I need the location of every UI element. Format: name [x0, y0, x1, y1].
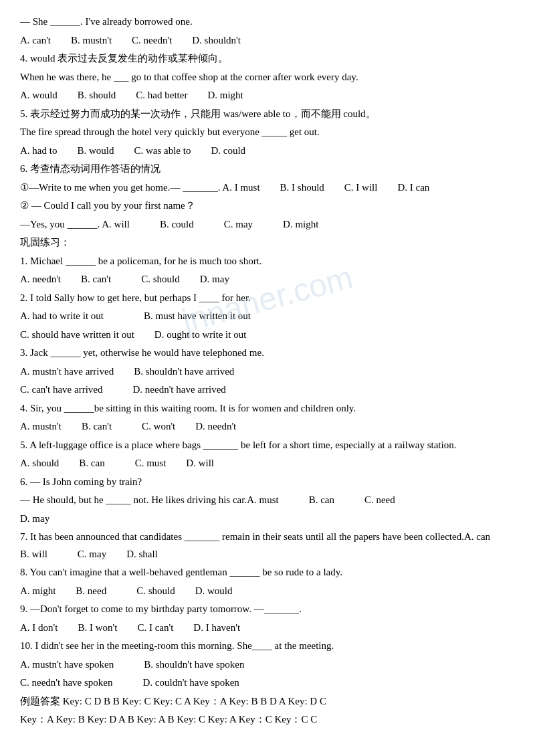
text-line: C. needn't have spoken D. couldn't have …	[20, 674, 515, 692]
text-line: — She ______. I've already borrowed one.	[20, 13, 515, 31]
text-body: — She ______. I've already borrowed one.…	[20, 13, 515, 729]
text-line: 3. Jack ______ yet, otherwise he would h…	[20, 345, 515, 362]
text-line: A. should B. can C. must D. will	[20, 455, 515, 472]
text-line: — He should, but he _____ not. He likes …	[20, 492, 515, 509]
text-line: A. I don't B. I won't C. I can't D. I ha…	[20, 620, 515, 637]
text-line: A. might B. need C. should D. would	[20, 583, 515, 600]
main-content: jnnaner.com — She ______. I've already b…	[20, 13, 515, 729]
text-line: A. mustn't have spoken B. shouldn't have…	[20, 656, 515, 674]
text-line: A. mustn't have arrived B. shouldn't hav…	[20, 363, 515, 381]
text-line: Key：A Key: B Key: D A B Key: A B Key: C …	[20, 711, 515, 729]
text-line: 5. A left-luggage office is a place wher…	[20, 437, 515, 454]
text-line: A. mustn't B. can't C. won't D. needn't	[20, 418, 515, 436]
text-line: A. had to write it out B. must have writ…	[20, 308, 515, 325]
text-line: 1. Michael ______ be a policeman, for he…	[20, 253, 515, 270]
text-line: ② — Could I call you by your first name？	[20, 197, 515, 215]
text-line: A. would B. should C. had better D. migh…	[20, 87, 515, 104]
text-line: A. had to B. would C. was able to D. cou…	[20, 143, 515, 160]
text-line: 4. would 表示过去反复发生的动作或某种倾向。	[20, 50, 515, 68]
text-line: 6. — Is John coming by train?	[20, 474, 515, 491]
text-line: C. should have written it out D. ought t…	[20, 326, 515, 344]
text-line: 例题答案 Key: C D B B Key: C Key: C A Key：A …	[20, 693, 515, 711]
text-line: A. can't B. mustn't C. needn't D. should…	[20, 32, 515, 50]
text-line: The fire spread through the hotel very q…	[20, 124, 515, 141]
text-line: 4. Sir, you ______be sitting in this wai…	[20, 400, 515, 417]
text-line: 9. —Don't forget to come to my birthday …	[20, 601, 515, 618]
text-line: —Yes, you ______. A. will B. could C. ma…	[20, 216, 515, 233]
text-line: 10. I didn't see her in the meeting-room…	[20, 638, 515, 655]
text-line: 5. 表示经过努力而成功的某一次动作，只能用 was/were able to，…	[20, 106, 515, 123]
text-line: ①—Write to me when you get home.— ______…	[20, 179, 515, 197]
text-line: 8. You can't imagine that a well-behaved…	[20, 564, 515, 581]
text-line: 巩固练习：	[20, 234, 515, 252]
text-line: 2. I told Sally how to get here, but per…	[20, 290, 515, 307]
text-line: C. can't have arrived D. needn't have ar…	[20, 381, 515, 399]
text-line: When he was there, he ___ go to that cof…	[20, 69, 515, 86]
text-line: 6. 考查情态动词用作答语的情况	[20, 161, 515, 178]
text-line: 7. It has been announced that candidates…	[20, 529, 515, 563]
text-line: A. needn't B. can't C. should D. may	[20, 271, 515, 288]
text-line: D. may	[20, 510, 515, 528]
